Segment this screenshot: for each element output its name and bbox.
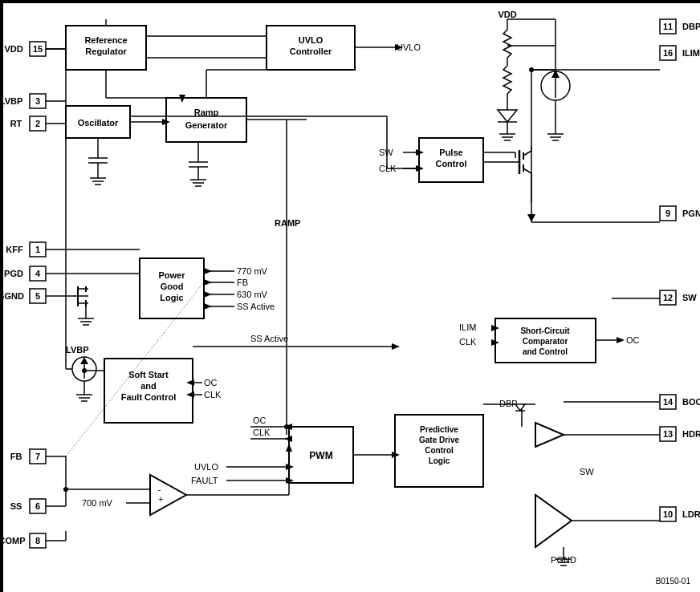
svg-text:and: and: [140, 381, 157, 391]
svg-text:FB: FB: [10, 452, 22, 461]
svg-text:VDD: VDD: [4, 44, 22, 54]
svg-text:7: 7: [35, 452, 40, 461]
svg-text:SS: SS: [10, 501, 22, 511]
svg-text:Short-Circuit: Short-Circuit: [520, 326, 570, 335]
svg-text:COMP: COMP: [2, 536, 26, 545]
svg-text:Oscillator: Oscillator: [78, 118, 119, 128]
svg-point-273: [529, 67, 534, 72]
svg-text:Ramp: Ramp: [194, 107, 219, 117]
svg-text:Regulator: Regulator: [85, 47, 127, 56]
svg-text:and Control: and Control: [523, 347, 568, 356]
svg-text:RAMP: RAMP: [275, 218, 300, 228]
svg-text:Logic: Logic: [160, 293, 183, 302]
svg-text:Good: Good: [161, 282, 184, 291]
svg-text:630 mV: 630 mV: [237, 290, 268, 299]
copyright-label: B0150-01: [656, 577, 690, 586]
svg-text:OC: OC: [626, 335, 640, 345]
svg-point-223: [63, 487, 68, 492]
svg-text:UVLO: UVLO: [194, 462, 218, 472]
svg-point-261: [82, 368, 87, 373]
svg-text:Soft Start: Soft Start: [128, 370, 169, 379]
svg-text:5: 5: [35, 291, 40, 301]
svg-text:SS Active: SS Active: [237, 302, 275, 311]
svg-text:PGND: PGND: [682, 209, 700, 218]
svg-text:CLK: CLK: [459, 337, 477, 347]
circuit-diagram: Reference Regulator UVLO Controller Osci…: [2, 2, 700, 592]
svg-text:8: 8: [35, 536, 40, 545]
svg-text:-: -: [158, 485, 161, 494]
svg-text:Generator: Generator: [185, 120, 228, 130]
svg-text:770 mV: 770 mV: [237, 266, 268, 276]
svg-text:3: 3: [35, 96, 40, 106]
svg-text:Power: Power: [158, 270, 185, 280]
svg-text:Reference: Reference: [84, 35, 127, 45]
svg-text:DBP: DBP: [499, 399, 518, 408]
svg-text:SGND: SGND: [2, 291, 24, 301]
svg-text:LDRV: LDRV: [682, 509, 700, 519]
svg-text:Pulse: Pulse: [439, 148, 462, 157]
svg-text:+: +: [158, 494, 163, 504]
svg-text:OC: OC: [204, 378, 218, 387]
svg-text:13: 13: [663, 429, 673, 439]
svg-text:6: 6: [35, 501, 40, 511]
svg-text:UVLO: UVLO: [299, 35, 324, 45]
svg-text:11: 11: [663, 22, 673, 31]
svg-text:LVBP: LVBP: [2, 96, 22, 106]
svg-text:Fault Control: Fault Control: [121, 392, 176, 402]
svg-text:DBP: DBP: [682, 22, 700, 31]
svg-text:16: 16: [663, 48, 673, 58]
svg-text:SW: SW: [682, 293, 697, 302]
svg-text:FAULT: FAULT: [191, 476, 218, 485]
diagram-container: Reference Regulator UVLO Controller Osci…: [0, 0, 700, 592]
svg-text:SS Active: SS Active: [250, 334, 288, 343]
svg-text:14: 14: [663, 397, 674, 407]
svg-text:SW: SW: [580, 467, 594, 476]
svg-text:1: 1: [35, 245, 40, 254]
svg-text:BOOST: BOOST: [682, 397, 700, 407]
svg-text:ILIM: ILIM: [682, 48, 700, 58]
svg-text:VDD: VDD: [498, 10, 516, 19]
svg-text:LVBP: LVBP: [66, 345, 89, 355]
svg-text:15: 15: [33, 44, 43, 54]
svg-text:CLK: CLK: [253, 428, 271, 437]
svg-text:Comparator: Comparator: [523, 337, 568, 346]
svg-text:Control: Control: [425, 446, 454, 455]
svg-text:Logic: Logic: [429, 456, 450, 465]
svg-text:10: 10: [663, 509, 673, 519]
svg-text:Control: Control: [435, 159, 466, 168]
svg-text:PGD: PGD: [4, 269, 23, 278]
svg-text:Controller: Controller: [290, 47, 332, 56]
svg-text:SW: SW: [379, 148, 393, 157]
svg-text:RT: RT: [10, 119, 22, 128]
svg-text:CLK: CLK: [204, 390, 222, 399]
svg-text:KFF: KFF: [6, 245, 23, 254]
svg-text:2: 2: [35, 119, 40, 128]
svg-text:700 mV: 700 mV: [82, 498, 113, 508]
svg-text:HDRV: HDRV: [682, 429, 700, 439]
svg-text:Predictive: Predictive: [420, 425, 458, 434]
svg-text:12: 12: [663, 293, 673, 302]
svg-text:9: 9: [665, 209, 670, 218]
svg-point-259: [284, 424, 289, 429]
svg-text:OC: OC: [253, 416, 267, 425]
svg-text:Gate Drive: Gate Drive: [419, 436, 459, 444]
svg-text:FB: FB: [237, 278, 248, 287]
svg-text:PWM: PWM: [309, 450, 332, 461]
svg-text:ILIM: ILIM: [459, 322, 476, 332]
svg-rect-23: [104, 359, 193, 423]
svg-text:4: 4: [35, 269, 41, 278]
